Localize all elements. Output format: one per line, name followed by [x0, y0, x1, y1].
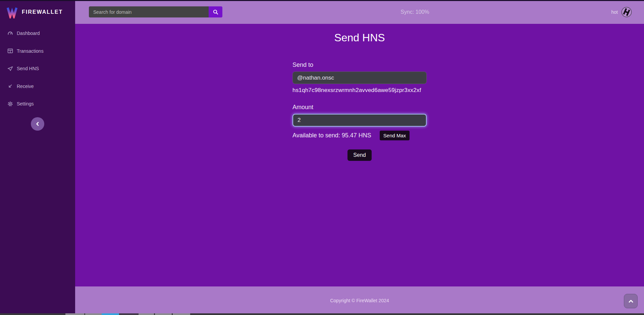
chevron-up-icon — [628, 299, 634, 303]
sidebar-item-label: Transactions — [17, 48, 44, 54]
send-to-label: Send to — [292, 61, 427, 69]
sidebar-item-transactions[interactable]: Transactions — [0, 42, 75, 60]
main-content: Send HNS Send to hs1qh7c98nexsrzwrmnh2av… — [75, 24, 644, 286]
sidebar-item-label: Settings — [17, 101, 34, 106]
footer: Copyright © FireWallet 2024 — [75, 286, 644, 313]
sidebar-item-label: Send HNS — [17, 66, 39, 71]
amount-label: Amount — [292, 104, 427, 111]
sidebar-item-send-hns[interactable]: Send HNS — [0, 60, 75, 78]
page-title: Send HNS — [75, 24, 644, 44]
arrow-down-left-icon — [7, 83, 13, 89]
gauge-icon — [7, 31, 13, 36]
sidebar-nav: Dashboard Transactions Send HNS Receive — [0, 24, 75, 113]
domain-search-input[interactable] — [89, 6, 209, 17]
domain-search — [89, 6, 222, 17]
handshake-logo-icon[interactable] — [621, 7, 632, 17]
sidebar-item-label: Dashboard — [17, 31, 40, 36]
sidebar-item-dashboard[interactable]: Dashboard — [0, 25, 75, 42]
sidebar: FIREWALLET Dashboard Transactions Send H… — [0, 0, 75, 315]
send-max-button[interactable]: Send Max — [380, 131, 410, 140]
sidebar-collapse-button[interactable] — [31, 117, 44, 131]
wallet-indicator: hot — [611, 0, 632, 24]
taskbar-strip[interactable] — [0, 313, 644, 315]
search-icon — [213, 9, 219, 15]
firewallet-logo-icon — [5, 6, 19, 18]
brand-name: FIREWALLET — [22, 9, 63, 15]
sync-status: Sync: 100% — [400, 0, 429, 24]
available-balance-text: Available to send: 95.47 HNS — [292, 132, 371, 139]
copyright-text: Copyright © FireWallet 2024 — [75, 286, 644, 303]
wallet-name-label: hot — [611, 9, 618, 15]
sidebar-item-settings[interactable]: Settings — [0, 95, 75, 113]
sidebar-item-label: Receive — [17, 84, 34, 89]
scroll-to-top-button[interactable] — [624, 294, 638, 308]
window-top-edge — [0, 0, 644, 1]
amount-input[interactable] — [292, 114, 427, 127]
resolved-address: hs1qh7c98nexsrzwrmnh2avved6awe59jzpr3xx2… — [292, 87, 427, 94]
available-row: Available to send: 95.47 HNS Send Max — [292, 131, 427, 140]
table-icon — [7, 48, 13, 54]
brand[interactable]: FIREWALLET — [0, 0, 75, 24]
search-button[interactable] — [209, 6, 222, 17]
send-plane-icon — [7, 66, 13, 72]
send-button[interactable]: Send — [347, 149, 371, 161]
send-form: Send to hs1qh7c98nexsrzwrmnh2avved6awe59… — [292, 61, 427, 161]
firewallet-app: FIREWALLET Dashboard Transactions Send H… — [0, 0, 644, 315]
gear-icon — [7, 101, 13, 107]
topbar: Sync: 100% hot — [75, 0, 644, 24]
chevron-left-icon — [35, 122, 40, 126]
send-to-input[interactable] — [292, 72, 427, 84]
sidebar-item-receive[interactable]: Receive — [0, 78, 75, 95]
